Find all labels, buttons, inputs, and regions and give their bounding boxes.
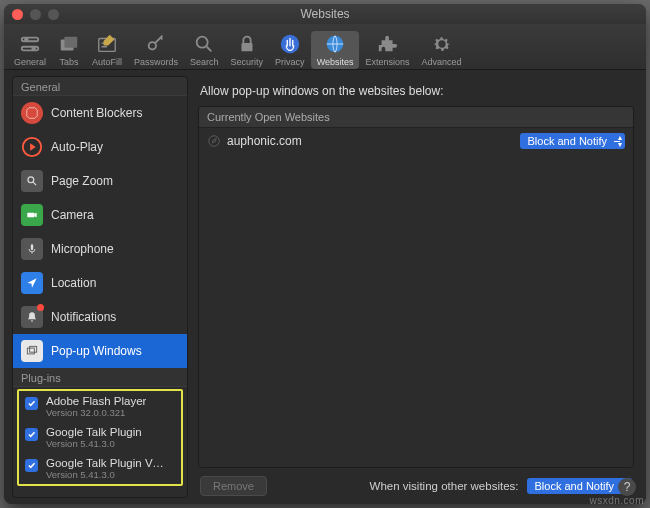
- sidebar-item-auto-play[interactable]: Auto-Play: [13, 130, 187, 164]
- svg-point-7: [149, 42, 156, 49]
- svg-marker-17: [34, 213, 36, 218]
- pencil-form-icon: [96, 33, 118, 55]
- plugin-item-google-talk-video[interactable]: Google Talk Plugin Vid… Version 5.41.3.0: [19, 453, 181, 484]
- camera-icon: [21, 204, 43, 226]
- toolbar-passwords[interactable]: Passwords: [128, 31, 184, 69]
- toolbar-autofill[interactable]: AutoFill: [86, 31, 128, 69]
- toolbar-advanced[interactable]: Advanced: [416, 31, 468, 69]
- plugin-item-google-talk[interactable]: Google Talk Plugin Version 5.41.3.0: [19, 422, 181, 453]
- svg-point-2: [25, 38, 28, 41]
- main-panel: Allow pop-up windows on the websites bel…: [188, 70, 646, 504]
- list-subheader: Currently Open Websites: [199, 107, 633, 128]
- toolbar-general[interactable]: General: [8, 31, 52, 69]
- globe-icon: [324, 33, 346, 55]
- key-icon: [145, 33, 167, 55]
- svg-point-8: [197, 37, 208, 48]
- sidebar-item-page-zoom[interactable]: Page Zoom: [13, 164, 187, 198]
- website-row[interactable]: auphonic.com Block and Notify ▴▾: [199, 128, 633, 154]
- website-domain: auphonic.com: [227, 134, 302, 148]
- puzzle-icon: [377, 33, 399, 55]
- svg-rect-18: [31, 244, 33, 250]
- checkbox-icon[interactable]: [25, 397, 38, 410]
- titlebar[interactable]: Websites: [4, 4, 646, 24]
- toolbar-extensions[interactable]: Extensions: [359, 31, 415, 69]
- sidebar-item-microphone[interactable]: Microphone: [13, 232, 187, 266]
- svg-point-21: [209, 136, 220, 147]
- remove-button[interactable]: Remove: [200, 476, 267, 496]
- preferences-toolbar: General Tabs AutoFill Passwords Search S…: [4, 24, 646, 70]
- svg-point-15: [28, 177, 34, 183]
- microphone-icon: [21, 238, 43, 260]
- svg-point-3: [32, 47, 35, 50]
- watermark: wsxdn.com: [589, 495, 644, 506]
- svg-rect-5: [64, 37, 77, 48]
- search-icon: [193, 33, 215, 55]
- toolbar-websites[interactable]: Websites: [311, 31, 360, 69]
- switches-icon: [19, 33, 41, 55]
- policy-select[interactable]: Block and Notify ▴▾: [520, 133, 625, 149]
- toolbar-search[interactable]: Search: [184, 31, 225, 69]
- svg-rect-16: [27, 213, 34, 218]
- svg-marker-12: [27, 108, 38, 119]
- toolbar-tabs[interactable]: Tabs: [52, 31, 86, 69]
- svg-rect-19: [27, 348, 34, 354]
- svg-rect-20: [30, 346, 37, 352]
- plugins-highlight-box: Adobe Flash Player Version 32.0.0.321 Go…: [17, 389, 183, 486]
- sidebar-header-plugins: Plug-ins: [13, 368, 187, 387]
- chevron-updown-icon: ▴▾: [618, 134, 622, 148]
- zoom-icon: [21, 170, 43, 192]
- stop-sign-icon: [21, 102, 43, 124]
- content-area: General Content Blockers Auto-Play Page …: [4, 70, 646, 504]
- play-icon: [21, 136, 43, 158]
- toolbar-security[interactable]: Security: [225, 31, 270, 69]
- location-arrow-icon: [21, 272, 43, 294]
- toolbar-privacy[interactable]: Privacy: [269, 31, 311, 69]
- preferences-window: Websites General Tabs AutoFill Passwords…: [4, 4, 646, 504]
- websites-list: Currently Open Websites auphonic.com Blo…: [198, 106, 634, 468]
- sidebar: General Content Blockers Auto-Play Page …: [12, 76, 188, 498]
- sidebar-item-location[interactable]: Location: [13, 266, 187, 300]
- sidebar-item-camera[interactable]: Camera: [13, 198, 187, 232]
- svg-rect-9: [241, 43, 252, 51]
- footer-label: When visiting other websites:: [370, 480, 519, 492]
- main-heading: Allow pop-up windows on the websites bel…: [200, 84, 632, 98]
- windows-icon: [21, 340, 43, 362]
- lock-icon: [236, 33, 258, 55]
- notification-badge: [37, 304, 44, 311]
- main-footer: Remove When visiting other websites: Blo…: [198, 468, 634, 498]
- sidebar-item-content-blockers[interactable]: Content Blockers: [13, 96, 187, 130]
- hand-icon: [279, 33, 301, 55]
- tabs-icon: [58, 33, 80, 55]
- sidebar-item-popup-windows[interactable]: Pop-up Windows: [13, 334, 187, 368]
- svg-marker-14: [30, 143, 36, 150]
- sidebar-item-notifications[interactable]: Notifications: [13, 300, 187, 334]
- gear-icon: [431, 33, 453, 55]
- default-policy-select[interactable]: Block and Notify ▴▾: [527, 478, 632, 494]
- compass-icon: [207, 134, 221, 148]
- checkbox-icon[interactable]: [25, 428, 38, 441]
- checkbox-icon[interactable]: [25, 459, 38, 472]
- window-title: Websites: [4, 7, 646, 21]
- plugin-item-adobe-flash[interactable]: Adobe Flash Player Version 32.0.0.321: [19, 391, 181, 422]
- sidebar-header-general: General: [13, 77, 187, 96]
- help-button[interactable]: ?: [618, 478, 636, 496]
